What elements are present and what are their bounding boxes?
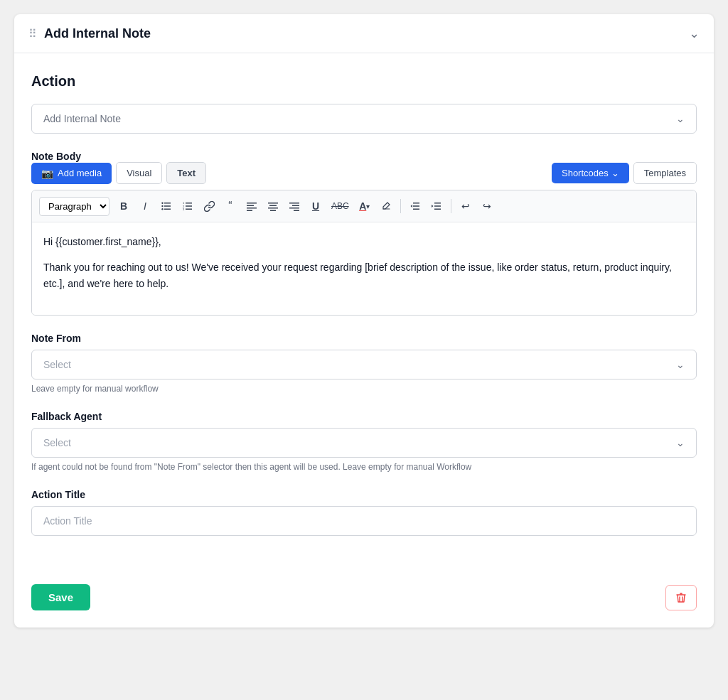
- main-card: ⠿ Add Internal Note ⌄ Action Add Interna…: [14, 14, 714, 628]
- editor-content[interactable]: Hi {{customer.first_name}}, Thank you fo…: [32, 222, 696, 315]
- note-type-dropdown[interactable]: Add Internal Note ⌄: [31, 104, 697, 134]
- note-body-field: Note Body 📷 Add media Visual Text Shortc…: [31, 151, 697, 316]
- svg-rect-22: [289, 208, 299, 209]
- italic-button[interactable]: I: [135, 196, 155, 216]
- note-from-dropdown[interactable]: Select ⌄: [31, 350, 697, 379]
- note-type-field: Add Internal Note ⌄: [31, 104, 697, 134]
- action-title-field: Action Title: [31, 489, 697, 536]
- svg-rect-20: [289, 203, 299, 204]
- svg-rect-26: [413, 209, 419, 210]
- svg-rect-7: [186, 205, 192, 207]
- svg-text:3: 3: [183, 208, 185, 211]
- note-body-label: Note Body: [31, 151, 697, 162]
- shortcodes-button[interactable]: Shortcodes ⌄: [552, 163, 629, 183]
- svg-rect-14: [247, 208, 257, 209]
- editor-wrapper: Paragraph B I 123 “: [31, 190, 697, 316]
- drag-icon[interactable]: ⠿: [28, 27, 37, 41]
- blockquote-button[interactable]: “: [220, 196, 240, 216]
- tab-visual[interactable]: Visual: [116, 162, 162, 184]
- svg-point-3: [161, 203, 163, 204]
- shortcodes-label: Shortcodes: [562, 168, 609, 178]
- fallback-agent-dropdown[interactable]: Select ⌄: [31, 428, 697, 458]
- svg-point-5: [161, 208, 163, 210]
- svg-rect-21: [292, 205, 299, 207]
- note-from-label: Note From: [31, 333, 697, 344]
- svg-rect-29: [434, 209, 441, 210]
- svg-rect-16: [268, 203, 278, 204]
- indent-increase-button[interactable]: [427, 196, 446, 216]
- fallback-agent-field: Fallback Agent Select ⌄ If agent could n…: [31, 411, 697, 472]
- collapse-icon[interactable]: ⌄: [689, 26, 700, 41]
- note-from-chevron: ⌄: [676, 359, 685, 370]
- shortcodes-chevron: ⌄: [611, 168, 619, 178]
- numbered-list-button[interactable]: 123: [178, 196, 198, 216]
- svg-rect-18: [268, 208, 278, 209]
- fallback-agent-placeholder: Select: [43, 437, 71, 448]
- text-color-button[interactable]: A ▾: [355, 196, 375, 216]
- bold-button[interactable]: B: [114, 196, 134, 216]
- svg-rect-24: [413, 203, 419, 204]
- fallback-agent-chevron: ⌄: [676, 437, 685, 448]
- card-body: Action Add Internal Note ⌄ Note Body 📷 A…: [14, 53, 714, 573]
- note-body-top-right: Shortcodes ⌄ Templates: [552, 162, 697, 184]
- editor-toolbar: Paragraph B I 123 “: [32, 190, 696, 222]
- strikethrough-button[interactable]: ABC: [327, 196, 353, 216]
- svg-rect-8: [186, 209, 192, 210]
- svg-rect-28: [434, 205, 441, 207]
- action-title-input[interactable]: [31, 506, 697, 536]
- toolbar-divider: [400, 199, 401, 213]
- note-body-top-left: 📷 Add media Visual Text: [31, 162, 206, 184]
- note-type-chevron: ⌄: [676, 113, 685, 124]
- underline-button[interactable]: U: [306, 196, 326, 216]
- save-button[interactable]: Save: [31, 584, 90, 610]
- add-media-label: Add media: [58, 168, 102, 178]
- add-media-button[interactable]: 📷 Add media: [31, 163, 112, 184]
- svg-rect-27: [434, 203, 441, 204]
- fallback-agent-hint: If agent could not be found from "Note F…: [31, 462, 697, 472]
- redo-button[interactable]: ↪: [477, 196, 497, 216]
- section-title: Action: [31, 73, 697, 90]
- card-title: Add Internal Note: [44, 26, 151, 41]
- note-body-top-row: 📷 Add media Visual Text Shortcodes ⌄ Tem…: [31, 162, 697, 184]
- svg-rect-6: [186, 203, 192, 204]
- svg-rect-1: [164, 205, 171, 207]
- svg-rect-25: [413, 205, 419, 207]
- editor-line-1: Hi {{customer.first_name}},: [43, 234, 685, 249]
- action-title-label: Action Title: [31, 489, 697, 500]
- add-media-icon: 📷: [41, 168, 53, 179]
- svg-point-4: [161, 205, 163, 207]
- note-from-field: Note From Select ⌄ Leave empty for manua…: [31, 333, 697, 394]
- paragraph-select[interactable]: Paragraph: [39, 197, 109, 216]
- delete-button[interactable]: [665, 585, 697, 610]
- fallback-agent-label: Fallback Agent: [31, 411, 697, 422]
- align-right-button[interactable]: [284, 196, 304, 216]
- link-button[interactable]: [199, 196, 219, 216]
- svg-rect-0: [164, 203, 171, 204]
- highlight-button[interactable]: [376, 196, 396, 216]
- card-header: ⠿ Add Internal Note ⌄: [14, 14, 714, 53]
- svg-rect-12: [247, 203, 257, 204]
- templates-button[interactable]: Templates: [633, 162, 697, 184]
- svg-rect-15: [247, 210, 252, 212]
- bullet-list-button[interactable]: [156, 196, 176, 216]
- svg-rect-2: [164, 209, 171, 210]
- svg-rect-19: [270, 210, 276, 212]
- note-from-hint: Leave empty for manual workflow: [31, 384, 697, 394]
- indent-decrease-button[interactable]: [405, 196, 425, 216]
- tab-text[interactable]: Text: [166, 162, 206, 184]
- svg-rect-17: [269, 205, 277, 207]
- header-left: ⠿ Add Internal Note: [28, 26, 151, 41]
- note-type-value: Add Internal Note: [43, 113, 121, 124]
- align-center-button[interactable]: [263, 196, 283, 216]
- svg-rect-23: [294, 210, 299, 212]
- card-footer: Save: [14, 573, 714, 628]
- note-from-placeholder: Select: [43, 359, 71, 370]
- editor-line-2: Thank you for reaching out to us! We've …: [43, 259, 685, 291]
- toolbar-divider-2: [451, 199, 451, 213]
- align-left-button[interactable]: [242, 196, 262, 216]
- svg-rect-13: [247, 205, 254, 207]
- undo-button[interactable]: ↩: [456, 196, 476, 216]
- delete-icon: [675, 591, 687, 604]
